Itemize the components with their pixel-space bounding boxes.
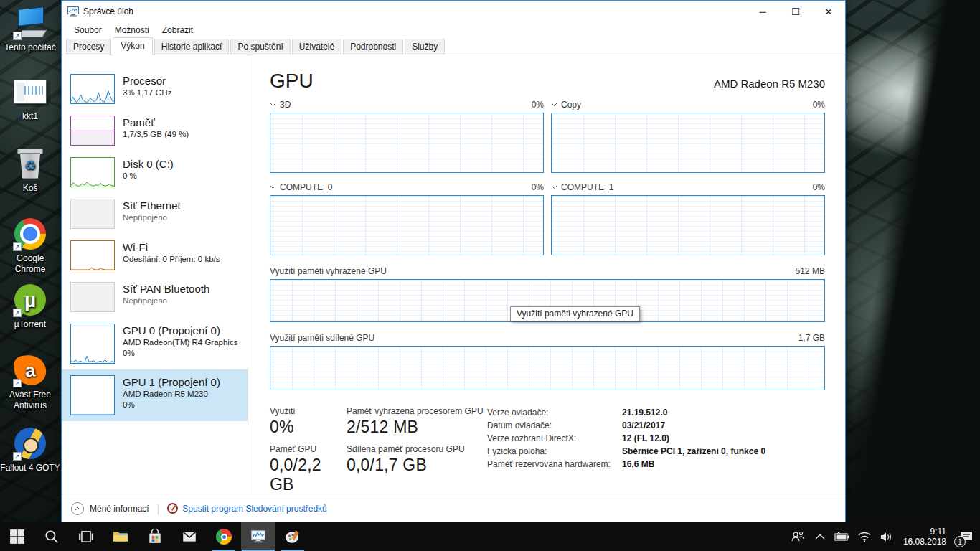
taskbar-task-manager-button[interactable] <box>241 522 275 551</box>
desktop-icon-this-pc[interactable]: ↗ Tento počítač <box>0 6 60 53</box>
engine-chart-label[interactable]: Copy <box>561 100 581 110</box>
desktop-icon-fallout4[interactable]: ↗ Fallout 4 GOTY <box>0 426 60 474</box>
tab-uzivatele[interactable]: Uživatelé <box>292 39 341 55</box>
people-icon[interactable] <box>789 527 806 546</box>
shortcut-arrow-icon: ↗ <box>13 242 22 251</box>
sidebar-item-memory[interactable]: Paměť 1,7/3,5 GB (49 %) <box>62 110 248 151</box>
desktop-icon-kkt1[interactable]: kkt1 <box>0 75 60 122</box>
engine-chart-label[interactable]: COMPUTE_1 <box>561 182 613 192</box>
titlebar[interactable]: Správce úloh ─ ☐ ✕ <box>62 1 845 22</box>
store-icon <box>147 529 163 545</box>
taskbar-clock[interactable]: 9:11 16.08.2018 <box>900 527 951 547</box>
window-title: Správce úloh <box>83 6 133 17</box>
image-file-icon <box>14 80 47 104</box>
clock-time: 9:11 <box>903 527 946 537</box>
stat-shared-memory: Sdílená paměť procesoru GPU 0,0/1,7 GB <box>347 444 487 475</box>
microsoft-store-button[interactable] <box>138 522 172 551</box>
info-row: Datum ovladače:03/21/2017 <box>487 419 765 432</box>
tab-historie-aplikaci[interactable]: Historie aplikací <box>154 39 230 55</box>
gpu-statistics: Využití 0% Paměť GPU 0,0/2,2 GB Paměť vy… <box>270 406 825 494</box>
tray-expand-chevron-icon[interactable] <box>811 527 829 546</box>
sidebar-item-gpu1[interactable]: GPU 1 (Propojení 0) AMD Radeon R5 M230 0… <box>62 369 248 421</box>
tab-podrobnosti[interactable]: Podrobnosti <box>343 39 403 55</box>
footer-divider: | <box>157 503 160 514</box>
sidebar-item-gpu0[interactable]: GPU 0 (Propojení 0) AMD Radeon(TM) R4 Gr… <box>62 318 248 369</box>
maximize-button[interactable]: ☐ <box>779 1 812 22</box>
disk-sparkline <box>71 158 114 187</box>
close-button[interactable]: ✕ <box>812 1 845 22</box>
notification-count-badge: 1 <box>954 536 966 547</box>
engine-chart-plot <box>270 195 544 255</box>
menu-zobrazit[interactable]: Zobrazit <box>156 25 199 35</box>
start-button[interactable] <box>0 522 34 551</box>
sidebar-item-ethernet[interactable]: Síť Ethernet Nepřipojeno <box>62 193 248 235</box>
tab-procesy[interactable]: Procesy <box>66 39 111 55</box>
sidebar-item-bluetooth-pan[interactable]: Síť PAN Bluetooth Nepřipojeno <box>62 276 248 318</box>
shortcut-arrow-icon: ↗ <box>13 32 22 40</box>
chart-tooltip: Využití paměti vyhrazené GPU <box>510 306 640 321</box>
taskbar-search-button[interactable] <box>34 522 69 551</box>
memory-sparkline <box>71 116 114 145</box>
task-view-button[interactable] <box>69 522 103 551</box>
shortcut-arrow-icon: ↗ <box>13 309 22 317</box>
sidebar-item-title: Procesor <box>123 75 171 88</box>
sidebar-item-cpu[interactable]: Procesor 3% 1,17 GHz <box>62 68 248 110</box>
cpu-sparkline <box>71 75 114 103</box>
tab-sluzby[interactable]: Služby <box>405 39 445 55</box>
chevron-down-icon[interactable] <box>551 185 557 189</box>
menu-moznosti[interactable]: Možnosti <box>108 25 156 35</box>
less-info-button[interactable]: Méně informací <box>71 502 149 515</box>
windows-logo-icon <box>9 529 25 545</box>
chevron-down-icon[interactable] <box>270 103 276 107</box>
desktop-icon-label: Tento počítač <box>0 42 60 53</box>
engine-chart-label[interactable]: 3D <box>280 100 291 110</box>
sidebar-item-disk[interactable]: Disk 0 (C:) 0 % <box>62 151 248 193</box>
chrome-icon <box>216 529 232 545</box>
page-title: GPU <box>270 70 314 93</box>
sidebar-item-sub: 3% 1,17 GHz <box>123 88 171 98</box>
engine-chart-compute0: COMPUTE_0 0% <box>270 182 544 255</box>
taskbar-paint-button[interactable] <box>275 522 310 551</box>
desktop-icon-avast[interactable]: a ↗ Avast Free Antivirus <box>0 353 60 411</box>
search-icon <box>44 529 60 545</box>
desktop-icon-utorrent[interactable]: µ ↗ µTorrent <box>0 283 60 330</box>
volume-icon[interactable] <box>878 527 895 546</box>
driver-info: Verze ovladače:21.19.512.0 Datum ovladač… <box>487 406 765 494</box>
taskbar-chrome-button[interactable] <box>207 522 241 551</box>
memory-chart-plot <box>270 346 825 390</box>
chevron-down-icon[interactable] <box>270 185 276 189</box>
sidebar-item-title: Paměť <box>123 116 189 129</box>
file-explorer-button[interactable] <box>103 522 138 551</box>
minimize-button[interactable]: ─ <box>746 1 779 22</box>
sidebar-item-sub: Nepřipojeno <box>123 296 209 306</box>
gpu-device-name: AMD Radeon R5 M230 <box>714 77 825 93</box>
task-view-icon <box>78 529 94 545</box>
action-center-button[interactable]: 1 <box>956 527 977 546</box>
desktop-icon-recycle-bin[interactable]: ♻ Koš <box>0 146 60 194</box>
menu-soubor[interactable]: Soubor <box>67 25 108 35</box>
task-manager-window: Správce úloh ─ ☐ ✕ Soubor Možnosti Zobra… <box>61 0 846 523</box>
sidebar-item-sub: 1,7/3,5 GB (49 %) <box>123 129 189 140</box>
tab-po-spusteni[interactable]: Po spuštění <box>230 39 290 55</box>
sidebar-item-wifi[interactable]: Wi-Fi Odesílání: 0 Příjem: 0 kb/s <box>62 235 248 276</box>
menu-bar: Soubor Možnosti Zobrazit <box>62 22 845 38</box>
sidebar-item-title: Síť Ethernet <box>123 199 181 212</box>
sidebar-item-title: Disk 0 (C:) <box>123 158 174 171</box>
engine-chart-compute1: COMPUTE_1 0% <box>551 182 825 255</box>
shortcut-arrow-icon: ↗ <box>13 379 22 387</box>
mail-button[interactable] <box>172 522 207 551</box>
sidebar-item-sub2: 0% <box>123 348 237 359</box>
chevron-down-icon[interactable] <box>551 103 557 107</box>
engine-chart-label[interactable]: COMPUTE_0 <box>280 182 332 192</box>
sidebar-item-sub: 0 % <box>123 171 174 182</box>
tab-vykon[interactable]: Výkon <box>113 37 152 55</box>
task-manager-icon <box>250 529 266 545</box>
battery-icon[interactable] <box>834 527 851 546</box>
shared-memory-chart: Využití paměti sdílené GPU 1,7 GB <box>270 333 825 390</box>
desktop-icon-label: Koš <box>0 183 60 194</box>
info-row: Fyzická poloha:Sběrnice PCI 1, zařízení … <box>487 445 765 458</box>
desktop-icon-chrome[interactable]: ↗ Google Chrome <box>0 217 60 275</box>
wifi-sparkline <box>71 241 114 270</box>
open-resource-monitor-link[interactable]: Spustit program Sledování prostředků <box>167 503 326 514</box>
wifi-icon[interactable] <box>856 527 873 546</box>
